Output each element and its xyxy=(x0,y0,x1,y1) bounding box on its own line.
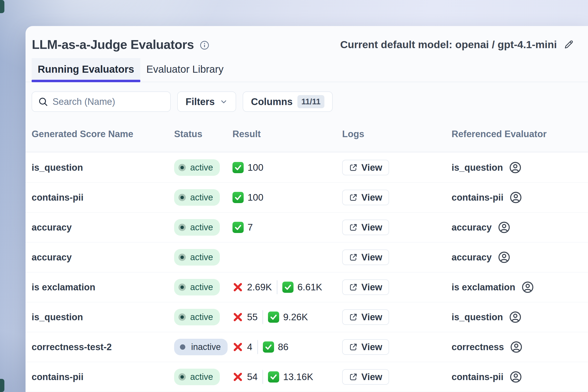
external-link-icon xyxy=(349,193,358,202)
pass-check-icon xyxy=(268,312,279,323)
panel-header: LLM-as-a-Judge Evaluators Current defaul… xyxy=(26,26,588,52)
column-header-referenced-evaluator: Referenced Evaluator xyxy=(452,129,588,139)
status-badge: active xyxy=(174,159,220,176)
page: { "app": { "title": "LLM-as-a-Judge Eval… xyxy=(0,0,588,392)
score-name: is_question xyxy=(32,312,83,322)
view-logs-button[interactable]: View xyxy=(342,369,389,385)
search-box[interactable] xyxy=(32,92,171,112)
fail-value: 54 xyxy=(247,372,258,382)
pass-count: 13.16K xyxy=(268,371,313,382)
status-dot-icon xyxy=(178,194,186,201)
default-model-label: Current default model: xyxy=(340,39,452,50)
user-icon xyxy=(510,340,523,354)
view-logs-button[interactable]: View xyxy=(342,160,389,175)
table-row: accuracy active 7 xyxy=(26,212,588,242)
status-label: inactive xyxy=(191,342,221,352)
status-label: active xyxy=(190,312,213,322)
pass-count: 9.26K xyxy=(268,312,308,323)
status-dot-icon xyxy=(178,314,186,321)
pass-count: 86 xyxy=(263,342,288,352)
pass-check-icon xyxy=(268,371,279,382)
referenced-evaluator-name: correctness xyxy=(452,342,504,352)
status-label: active xyxy=(190,162,213,173)
external-link-icon xyxy=(349,313,358,322)
fail-count: 54 xyxy=(232,372,258,382)
external-link-icon xyxy=(349,283,358,292)
referenced-evaluator-name: is_question xyxy=(452,312,503,322)
table-row: correctness-test-2 inactive 4 xyxy=(26,332,588,362)
view-logs-button[interactable]: View xyxy=(342,220,389,235)
filters-label: Filters xyxy=(186,96,215,107)
pass-value: 6.61K xyxy=(298,282,322,292)
view-label: View xyxy=(361,192,382,203)
tab-evaluator-library[interactable]: Evaluator Library xyxy=(140,58,230,82)
tab-bar: Running Evaluators Evaluator Library xyxy=(26,58,588,82)
external-link-icon xyxy=(349,163,358,172)
status-label: active xyxy=(190,222,213,232)
background-corner-accent-top xyxy=(0,0,4,13)
column-header-generated-score-name: Generated Score Name xyxy=(32,129,174,139)
referenced-evaluator-name: contains-pii xyxy=(452,372,503,382)
external-link-icon xyxy=(349,223,358,232)
status-dot-icon xyxy=(178,254,186,261)
column-header-result: Result xyxy=(232,129,342,139)
status-dot-icon xyxy=(178,164,186,171)
fail-x-icon xyxy=(232,342,243,352)
fail-x-icon xyxy=(232,282,243,292)
score-name: is_question xyxy=(32,162,83,173)
user-icon xyxy=(521,281,534,294)
pass-check-icon xyxy=(232,162,244,173)
referenced-evaluator-name: contains-pii xyxy=(452,192,503,203)
default-model-text: Current default model: openai / gpt-4.1-… xyxy=(340,39,557,50)
status-badge: inactive xyxy=(174,339,228,355)
column-header-status: Status xyxy=(174,129,232,139)
pass-value: 100 xyxy=(248,162,263,173)
column-header-logs: Logs xyxy=(342,129,452,139)
status-dot-icon xyxy=(178,373,186,380)
pass-count: 6.61K xyxy=(282,282,322,293)
filters-button[interactable]: Filters xyxy=(177,92,236,112)
pass-count: 7 xyxy=(232,222,253,233)
view-label: View xyxy=(361,342,382,352)
score-name: contains-pii xyxy=(32,192,84,203)
view-logs-button[interactable]: View xyxy=(342,190,389,205)
pass-check-icon xyxy=(263,342,274,352)
view-label: View xyxy=(361,222,382,233)
pass-check-icon xyxy=(282,282,294,293)
referenced-evaluator-name: is_question xyxy=(452,162,503,173)
view-logs-button[interactable]: View xyxy=(342,280,389,295)
view-logs-button[interactable]: View xyxy=(342,250,389,265)
status-badge: active xyxy=(174,249,220,266)
edit-model-icon[interactable] xyxy=(563,39,574,50)
user-icon xyxy=(509,370,522,384)
status-badge: active xyxy=(174,309,220,325)
status-label: active xyxy=(190,282,213,292)
fail-count: 55 xyxy=(232,312,258,322)
tab-running-evaluators[interactable]: Running Evaluators xyxy=(32,58,140,82)
pass-value: 100 xyxy=(248,192,263,203)
info-icon[interactable] xyxy=(200,40,210,50)
table-row: is exclamation active 2.69K xyxy=(26,272,588,302)
status-dot-icon xyxy=(178,343,187,351)
referenced-evaluator-name: accuracy xyxy=(452,252,492,263)
status-badge: active xyxy=(174,189,220,206)
result-divider xyxy=(257,340,258,354)
view-logs-button[interactable]: View xyxy=(342,309,389,325)
view-label: View xyxy=(361,372,382,382)
pass-count: 100 xyxy=(232,162,263,173)
view-label: View xyxy=(361,312,382,322)
user-icon xyxy=(509,310,522,324)
status-dot-icon xyxy=(178,284,186,291)
user-icon xyxy=(509,161,522,174)
pass-check-icon xyxy=(232,222,244,233)
referenced-evaluator-name: is exclamation xyxy=(452,282,515,292)
table-body: is_question active 100 xyxy=(26,153,588,392)
columns-count-badge: 11/11 xyxy=(298,95,324,108)
view-logs-button[interactable]: View xyxy=(342,339,389,355)
pass-value: 7 xyxy=(248,222,253,233)
evaluators-panel: LLM-as-a-Judge Evaluators Current defaul… xyxy=(26,26,588,392)
view-label: View xyxy=(361,162,382,173)
chevron-down-icon xyxy=(220,98,228,106)
columns-button[interactable]: Columns 11/11 xyxy=(243,92,333,112)
search-input[interactable] xyxy=(52,96,164,107)
